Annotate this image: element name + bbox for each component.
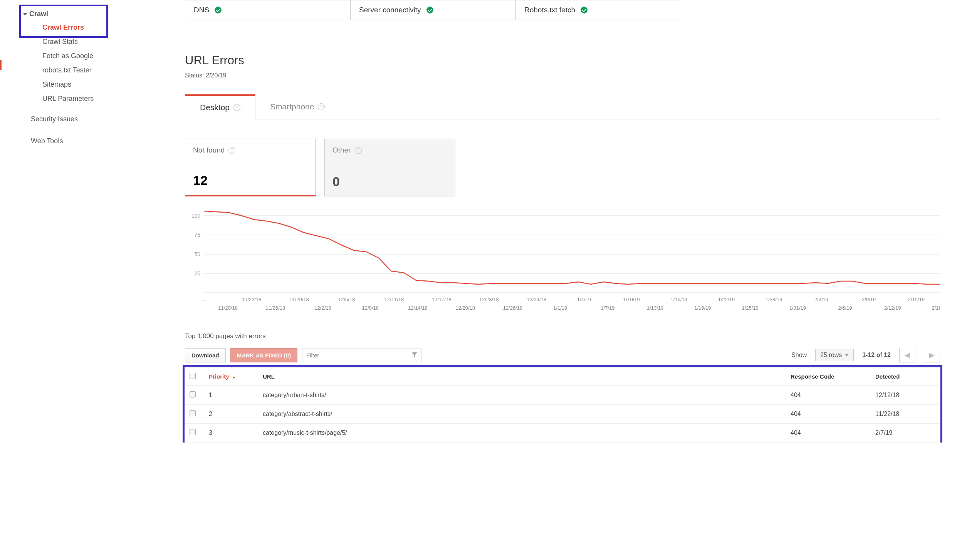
cell-url: category/urban-t-shirts/ <box>258 386 786 405</box>
table-row[interactable]: 1category/urban-t-shirts/40412/12/18 <box>185 386 940 405</box>
svg-text:12/26/18: 12/26/18 <box>503 305 523 311</box>
svg-text:12/14/18: 12/14/18 <box>408 305 428 311</box>
svg-text:50: 50 <box>194 251 200 257</box>
filter-icon <box>412 352 417 358</box>
tab-label: Desktop <box>200 103 230 112</box>
metric-value: 12 <box>193 173 308 188</box>
col-response-code[interactable]: Response Code <box>786 367 871 386</box>
check-icon <box>426 7 433 13</box>
svg-text:1/10/19: 1/10/19 <box>623 297 640 302</box>
site-status-row: DNS Server connectivity Robots.txt fetch <box>185 0 940 20</box>
svg-text:1/28/19: 1/28/19 <box>766 297 782 302</box>
cell-response-code: 404 <box>786 405 871 424</box>
table-caption: Top 1,000 pages with errors <box>185 332 940 340</box>
tab-desktop[interactable]: Desktop ? <box>185 94 255 119</box>
sidebar-item-url-parameters[interactable]: URL Parameters <box>0 92 108 106</box>
errors-table: Priority URL Response Code Detected 1cat… <box>185 367 940 443</box>
metric-label: Other <box>332 146 351 154</box>
svg-text:…: … <box>202 297 207 302</box>
accent-bar <box>0 60 2 70</box>
col-detected[interactable]: Detected <box>871 367 940 386</box>
svg-text:12/11/18: 12/11/18 <box>384 297 404 302</box>
sidebar: Crawl Crawl Errors Crawl Stats Fetch as … <box>0 0 108 443</box>
svg-text:11/29/18: 11/29/18 <box>289 297 309 302</box>
help-icon[interactable]: ? <box>355 147 362 154</box>
mark-as-fixed-button[interactable]: MARK AS FIXED (0) <box>230 348 297 362</box>
table-toolbar: Download MARK AS FIXED (0) Filter Show 2… <box>185 348 940 362</box>
sidebar-group-label: Crawl <box>29 10 48 18</box>
page-title: URL Errors <box>185 54 940 67</box>
select-all-checkbox[interactable] <box>190 373 196 379</box>
cell-priority: 1 <box>204 386 258 405</box>
prev-page-button[interactable]: ◀ <box>899 348 915 362</box>
status-line: Status: 2/20/19 <box>185 72 940 79</box>
sidebar-item-sitemaps[interactable]: Sitemaps <box>0 77 108 92</box>
sort-desc-icon <box>232 377 235 379</box>
cell-response-code: 404 <box>786 424 871 443</box>
chart-svg: 255075100…11/20/1811/23/1811/26/1811/29/… <box>185 204 940 320</box>
chevron-down-icon <box>845 354 849 356</box>
svg-text:12/2/18: 12/2/18 <box>314 305 331 311</box>
tab-label: Smartphone <box>270 102 314 111</box>
sidebar-item-crawl-errors[interactable]: Crawl Errors <box>0 20 108 35</box>
svg-text:1/1/19: 1/1/19 <box>553 305 567 311</box>
check-icon <box>581 7 588 13</box>
svg-text:100: 100 <box>191 213 201 219</box>
svg-text:11/26/18: 11/26/18 <box>266 305 285 311</box>
status-card-server[interactable]: Server connectivity <box>350 0 516 20</box>
svg-text:12/20/18: 12/20/18 <box>455 305 475 311</box>
svg-text:12/23/18: 12/23/18 <box>479 297 499 302</box>
rows-select[interactable]: 25 rows <box>815 349 854 361</box>
sidebar-group-crawl[interactable]: Crawl <box>0 8 108 20</box>
metric-card-not-found[interactable]: Not found ? 12 <box>185 139 316 196</box>
status-card-dns[interactable]: DNS <box>185 0 351 20</box>
sidebar-item-crawl-stats[interactable]: Crawl Stats <box>0 35 108 49</box>
metric-row: Not found ? 12 Other ? 0 <box>185 139 940 196</box>
svg-text:12/17/18: 12/17/18 <box>432 297 452 302</box>
metric-card-other[interactable]: Other ? 0 <box>324 139 455 196</box>
help-icon[interactable]: ? <box>318 103 325 110</box>
col-url[interactable]: URL <box>258 367 786 386</box>
sidebar-item-robots-tester[interactable]: robots.txt Tester <box>0 63 108 77</box>
svg-text:11/23/18: 11/23/18 <box>242 297 262 302</box>
status-label: Robots.txt fetch <box>524 6 575 14</box>
col-priority[interactable]: Priority <box>204 367 258 386</box>
metric-label: Not found <box>193 146 225 154</box>
status-card-robots[interactable]: Robots.txt fetch <box>515 0 681 20</box>
svg-text:2/9/19: 2/9/19 <box>862 297 876 302</box>
help-icon[interactable]: ? <box>228 147 235 154</box>
chevron-down-icon <box>23 13 27 15</box>
help-icon[interactable]: ? <box>233 104 240 111</box>
sidebar-item-security-issues[interactable]: Security Issues <box>0 112 108 126</box>
svg-text:1/7/19: 1/7/19 <box>601 305 614 311</box>
svg-text:1/16/19: 1/16/19 <box>671 297 687 302</box>
sidebar-item-fetch-as-google[interactable]: Fetch as Google <box>0 49 108 63</box>
status-label: Server connectivity <box>359 6 421 14</box>
table-row[interactable]: 3category/music-t-shirts/page/5/4042/7/1… <box>185 424 940 443</box>
svg-text:1/4/19: 1/4/19 <box>577 297 591 302</box>
tab-smartphone[interactable]: Smartphone ? <box>255 94 339 119</box>
cell-priority: 3 <box>204 424 258 443</box>
table-row[interactable]: 2category/abstract-t-shirts/40411/22/18 <box>185 405 940 424</box>
svg-text:12/29/18: 12/29/18 <box>527 297 546 302</box>
cell-detected: 12/12/18 <box>871 386 940 405</box>
svg-text:1/25/19: 1/25/19 <box>742 305 758 311</box>
next-page-button[interactable]: ▶ <box>924 348 940 362</box>
row-checkbox[interactable] <box>190 391 196 397</box>
metric-value: 0 <box>332 174 447 189</box>
error-trend-chart: 255075100…11/20/1811/23/1811/26/1811/29/… <box>185 204 940 321</box>
row-checkbox[interactable] <box>190 429 196 435</box>
svg-text:12/5/18: 12/5/18 <box>338 297 355 302</box>
download-button[interactable]: Download <box>185 348 226 362</box>
svg-text:12/8/18: 12/8/18 <box>362 305 379 311</box>
svg-text:2/3/19: 2/3/19 <box>814 297 828 302</box>
pagination-range: 1-12 of 12 <box>862 352 891 359</box>
row-checkbox[interactable] <box>190 410 196 416</box>
cell-url: category/abstract-t-shirts/ <box>258 405 786 424</box>
svg-text:1/22/19: 1/22/19 <box>718 297 735 302</box>
svg-text:1/19/19: 1/19/19 <box>694 305 711 311</box>
filter-input[interactable]: Filter <box>302 349 421 362</box>
svg-text:1/31/19: 1/31/19 <box>789 305 806 311</box>
sidebar-item-web-tools[interactable]: Web Tools <box>0 134 108 148</box>
svg-text:2/12/19: 2/12/19 <box>884 305 901 311</box>
